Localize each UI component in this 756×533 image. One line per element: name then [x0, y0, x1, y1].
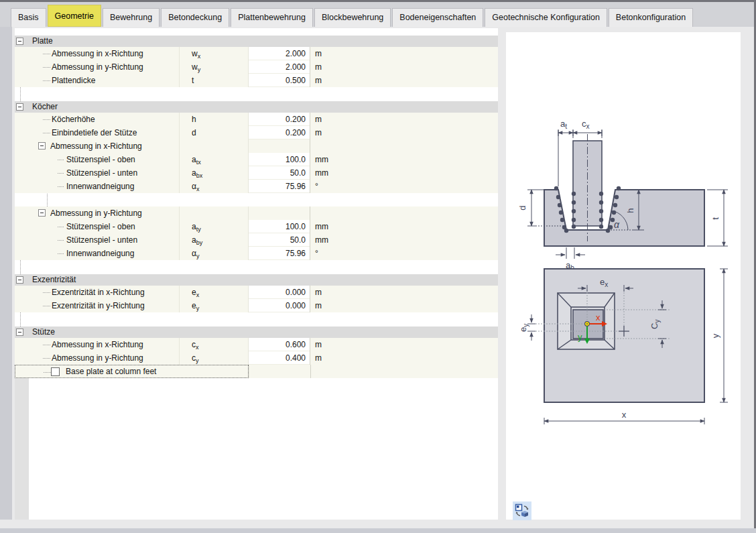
table-row[interactable]: Exzentrizität in y-Richtungey0.000m	[15, 299, 498, 312]
unit-cell: mm	[310, 233, 498, 247]
dim-label-ey: ey	[518, 324, 529, 332]
value-cell[interactable]: 50.0	[248, 166, 310, 180]
tab-label: Geometrie	[55, 11, 94, 21]
table-row[interactable]: Stützenspiel - untenabx50.0mm	[15, 166, 498, 180]
symbol: α	[192, 249, 196, 258]
value-cell[interactable]: 0.500	[248, 74, 310, 87]
table-row[interactable]: Base plate at column feet	[15, 365, 498, 378]
table-row[interactable]: Plattendicket0.500m	[15, 74, 498, 87]
value-cell[interactable]: 2.000	[248, 60, 310, 74]
collapse-icon[interactable]	[16, 329, 23, 336]
section-header[interactable]: Stütze	[15, 327, 498, 338]
checkbox[interactable]	[51, 367, 60, 376]
value-cell[interactable]: 75.96	[248, 247, 310, 260]
unit-cell: mm	[310, 166, 498, 180]
collapse-icon[interactable]	[16, 38, 23, 45]
value-cell[interactable]: 0.200	[248, 126, 310, 139]
diagram-panel: at cx d h α t ab	[506, 32, 741, 520]
value-cell[interactable]: 0.000	[248, 286, 310, 299]
row-label: Exzentrizität in x-Richtung	[52, 288, 145, 297]
table-row[interactable]: Stützenspiel - obenatx100.0mm	[15, 153, 498, 166]
parameter-table: PlatteAbmessung in x-Richtungwx2.000mAbm…	[15, 36, 498, 378]
unit-cell	[311, 365, 498, 378]
tab-betonkonfiguration[interactable]: Betonkonfiguration	[609, 8, 693, 27]
value-cell[interactable]: 0.400	[248, 351, 310, 365]
tree-stub	[58, 160, 64, 160]
table-row[interactable]: Köcherhöheh0.200m	[15, 113, 498, 126]
table-row[interactable]: Stützenspiel - obenaty100.0mm	[15, 220, 498, 233]
symbol-subscript: x	[196, 344, 199, 351]
tree-stub	[43, 80, 50, 81]
table-row[interactable]: Stützenspiel - untenaby50.0mm	[15, 233, 498, 247]
table-row[interactable]: Exzentrizität in x-Richtungex0.000m	[15, 286, 498, 299]
unit-cell: mm	[310, 153, 498, 166]
table-row[interactable]: Abmessung in y-Richtungcy0.400m	[15, 351, 498, 365]
symbol-cell: ex	[179, 286, 248, 299]
row-label: Stützenspiel - unten	[66, 168, 137, 178]
dim-label-t: t	[710, 217, 720, 220]
section-header[interactable]: Exzentrizität	[15, 274, 498, 286]
value-cell[interactable]: 2.000	[248, 47, 310, 60]
dim-label-cx: cx	[582, 119, 590, 130]
unit-cell: m	[310, 126, 498, 139]
collapse-icon[interactable]	[38, 209, 46, 217]
section-header[interactable]: Köcher	[15, 101, 498, 113]
row-label: Abmessung in y-Richtung	[52, 62, 143, 72]
unit-cell: m	[310, 299, 498, 312]
value-cell[interactable]: 0.000	[248, 299, 310, 312]
table-row[interactable]: Innenwandneigungαx75.96°	[15, 180, 498, 193]
tree-stub	[58, 186, 64, 187]
value-cell[interactable]: 75.96	[248, 180, 310, 193]
table-row[interactable]: Abmessung in y-Richtung	[15, 206, 498, 220]
tree-stub	[58, 253, 64, 254]
tab-geotechnische-konfiguration[interactable]: Geotechnische Konfiguration	[485, 8, 607, 27]
section-header[interactable]: Platte	[15, 36, 498, 47]
value-cell	[249, 365, 311, 378]
symbol-subscript: y	[198, 66, 201, 73]
value-cell[interactable]: 0.600	[248, 338, 310, 351]
unit-cell: mm	[310, 220, 498, 233]
tree-stub	[58, 227, 64, 227]
tree-stub	[58, 240, 64, 241]
tab-bodeneigenschaften[interactable]: Bodeneigenschaften	[392, 8, 483, 27]
value-cell[interactable]: 0.200	[248, 113, 310, 126]
spacer-row	[15, 193, 498, 206]
tab-betondeckung[interactable]: Betondeckung	[161, 8, 229, 27]
table-row[interactable]: Abmessung in y-Richtungwy2.000m	[15, 60, 498, 74]
collapse-icon[interactable]	[38, 142, 46, 150]
table-row[interactable]: Einbindetiefe der Stützed0.200m	[15, 126, 498, 139]
value-cell[interactable]: 100.0	[248, 220, 310, 233]
table-row[interactable]: Abmessung in x-Richtungwx2.000m	[15, 47, 498, 60]
table-row[interactable]: Innenwandneigungαy75.96°	[15, 247, 498, 260]
tree-stub	[43, 119, 50, 120]
symbol-cell: h	[179, 113, 248, 126]
unit-cell: m	[310, 74, 498, 87]
collapse-icon[interactable]	[16, 103, 23, 111]
group-label: Abmessung in x-Richtung	[50, 141, 142, 151]
table-row[interactable]: Abmessung in x-Richtung	[15, 139, 498, 153]
symbol: w	[192, 62, 198, 72]
swap-view-icon	[515, 504, 529, 518]
table-row[interactable]: Abmessung in x-Richtungcx0.600m	[15, 338, 498, 351]
tab-plattenbewehrung[interactable]: Plattenbewehrung	[231, 8, 313, 27]
unit-cell: m	[310, 286, 498, 299]
swap-view-button[interactable]	[513, 501, 531, 520]
tree-stub	[43, 54, 50, 54]
tab-bewehrung[interactable]: Bewehrung	[103, 8, 160, 27]
section: ExzentrizitätExzentrizität in x-Richtung…	[15, 274, 498, 312]
cross-section-view: at cx d h α t ab	[517, 119, 728, 272]
symbol-subscript: bx	[196, 172, 203, 179]
symbol-cell: wx	[179, 47, 248, 60]
symbol-cell: ey	[179, 299, 248, 312]
symbol: a	[192, 155, 196, 164]
row-label: Abmessung in x-Richtung	[52, 49, 143, 58]
tab-basis[interactable]: Basis	[11, 8, 46, 27]
tab-blockbewehrung[interactable]: Blockbewehrung	[314, 8, 391, 27]
section: StützeAbmessung in x-Richtungcx0.600mAbm…	[15, 327, 498, 378]
value-cell[interactable]: 50.0	[248, 233, 310, 247]
dim-label-d: d	[517, 205, 527, 210]
collapse-icon[interactable]	[16, 276, 23, 284]
value-cell[interactable]: 100.0	[248, 153, 310, 166]
tab-geometrie[interactable]: Geometrie	[48, 5, 101, 27]
dim-label-x: x	[622, 410, 627, 420]
